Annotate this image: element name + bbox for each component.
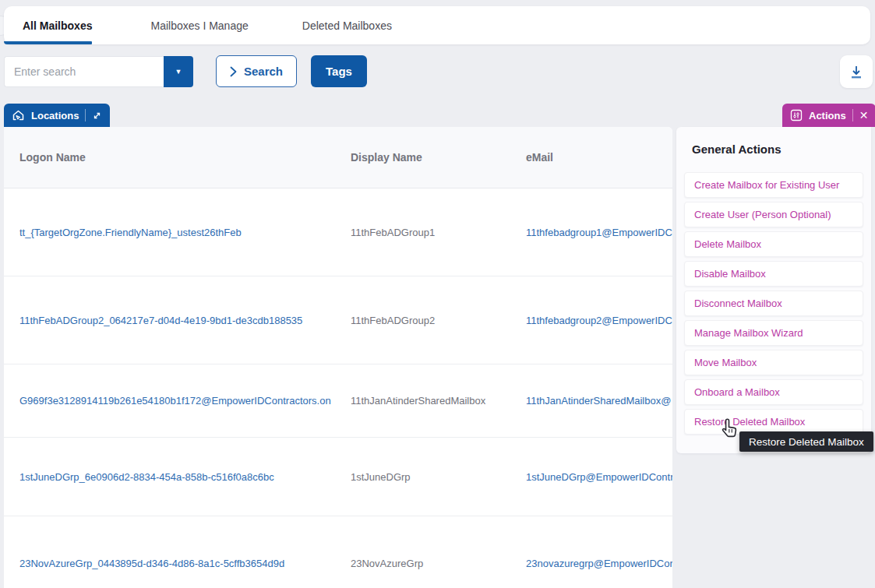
logon-name-link[interactable]: G969f3e3128914119b261e54180b1f172@Empowe… (19, 395, 351, 407)
logon-name-link[interactable]: 23NovAzureGrp_0443895d-d346-4d86-8a1c-5c… (19, 558, 351, 569)
display-name-cell: 11thFebADGroup1 (351, 227, 526, 238)
search-button-label: Search (244, 65, 283, 78)
action-delete-mailbox[interactable]: Delete Mailbox (684, 231, 863, 257)
tags-button[interactable]: Tags (311, 55, 367, 87)
table-row: 11thFebADGroup2_064217e7-d04d-4e19-9bd1-… (4, 276, 672, 364)
tooltip: Restore Deleted Mailbox (739, 431, 873, 452)
divider (85, 109, 86, 121)
active-tab-underline (4, 41, 92, 44)
general-actions-panel: General Actions Create Mailbox for Exist… (676, 127, 871, 453)
column-header-logon-name[interactable]: Logon Name (19, 151, 351, 164)
action-create-mailbox-for-existing-user[interactable]: Create Mailbox for Existing User (684, 172, 863, 198)
panel-title: General Actions (692, 143, 781, 156)
action-disconnect-mailbox[interactable]: Disconnect Mailbox (684, 290, 863, 316)
action-disable-mailbox[interactable]: Disable Mailbox (684, 261, 863, 287)
table-row: G969f3e3128914119b261e54180b1f172@Empowe… (4, 364, 672, 438)
sliders-icon (790, 109, 803, 121)
action-move-mailbox[interactable]: Move Mailbox (684, 350, 863, 375)
page: All Mailboxes Mailboxes I Manage Deleted… (0, 0, 875, 588)
display-name-cell: 23NovAzureGrp (351, 558, 526, 569)
logon-name-link[interactable]: 11thFebADGroup2_064217e7-d04d-4e19-9bd1-… (19, 315, 351, 326)
divider (852, 109, 853, 121)
download-button[interactable] (840, 55, 873, 88)
table-row: 23NovAzureGrp_0443895d-d346-4d86-8a1c-5c… (4, 516, 672, 588)
email-link[interactable]: 23novazuregrp@EmpowerIDCor (526, 558, 672, 569)
column-header-display-name[interactable]: Display Name (351, 151, 526, 164)
actions-label: Actions (809, 110, 846, 121)
logon-name-link[interactable]: 1stJuneDGrp_6e0906d2-8834-454a-858b-c516… (19, 471, 351, 483)
email-link[interactable]: 1stJuneDGrp@EmpowerIDContr (526, 471, 672, 483)
close-icon[interactable]: ✕ (859, 110, 869, 121)
display-name-cell: 11thJanAtinderSharedMailbox (351, 395, 526, 407)
logon-name-link[interactable]: tt_{TargetOrgZone.FriendlyName}_ustest26… (19, 227, 351, 238)
table-header-row: Logon Name Display Name eMail (4, 127, 672, 188)
action-list: Create Mailbox for Existing User Create … (684, 172, 863, 435)
mailbox-table: Logon Name Display Name eMail tt_{Target… (4, 127, 672, 588)
caret-down-icon: ▼ (175, 68, 182, 76)
actions-toggle[interactable]: Actions ✕ (782, 104, 875, 127)
chevron-right-icon (230, 66, 237, 77)
locations-toggle[interactable]: Locations (4, 104, 110, 127)
table-row: tt_{TargetOrgZone.FriendlyName}_ustest26… (4, 188, 672, 276)
tab-all-mailboxes[interactable]: All Mailboxes (23, 19, 92, 32)
location-home-icon (12, 109, 25, 122)
search-input[interactable] (4, 56, 164, 87)
action-manage-mailbox-wizard[interactable]: Manage Mailbox Wizard (684, 320, 863, 346)
tab-bar: All Mailboxes Mailboxes I Manage Deleted… (4, 6, 870, 44)
display-name-cell: 1stJuneDGrp (351, 471, 526, 483)
action-create-user-person-optional[interactable]: Create User (Person Optional) (684, 202, 863, 227)
email-link[interactable]: 11thfebadgroup1@EmpowerIDCo (526, 227, 672, 238)
table-row: 1stJuneDGrp_6e0906d2-8834-454a-858b-c516… (4, 438, 672, 516)
email-link[interactable]: 11thfebadgroup2@EmpowerIDC (526, 315, 672, 326)
search-dropdown-button[interactable]: ▼ (164, 56, 193, 87)
tab-mailboxes-i-manage[interactable]: Mailboxes I Manage (150, 19, 248, 32)
search-button[interactable]: Search (216, 55, 297, 87)
column-header-email[interactable]: eMail (526, 151, 672, 164)
expand-diagonal-icon[interactable] (92, 111, 102, 121)
tab-deleted-mailboxes[interactable]: Deleted Mailboxes (302, 19, 392, 32)
action-onboard-a-mailbox[interactable]: Onboard a Mailbox (684, 379, 863, 405)
locations-label: Locations (31, 110, 79, 121)
download-icon (849, 65, 863, 79)
display-name-cell: 11thFebADGroup2 (351, 315, 526, 326)
email-link[interactable]: 11thJanAtinderSharedMailbox@ (526, 395, 672, 407)
